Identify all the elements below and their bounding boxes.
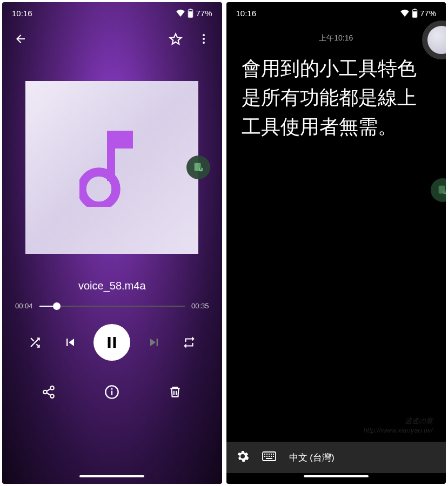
- playback-controls: [2, 315, 222, 369]
- svg-rect-37: [266, 458, 272, 459]
- svg-rect-30: [271, 454, 272, 455]
- favorite-button[interactable]: [164, 27, 188, 51]
- svg-rect-33: [266, 456, 268, 457]
- svg-point-4: [203, 38, 205, 40]
- total-duration: 00:35: [191, 302, 209, 310]
- app-bar: [2, 24, 222, 54]
- transcript-text: 會用到的小工具特色是所有功能都是線上工具使用者無需。: [242, 57, 417, 138]
- watermark: 逍遙の窩 http://www.xiaoyao.tw/: [363, 417, 433, 435]
- status-icons: 77%: [176, 9, 212, 18]
- svg-rect-34: [269, 456, 270, 457]
- more-options-button[interactable]: [192, 27, 216, 51]
- svg-rect-18: [111, 391, 112, 395]
- nav-bar: [226, 473, 446, 484]
- status-bar: 10:16 77%: [226, 2, 446, 24]
- pause-button[interactable]: [93, 324, 130, 361]
- timeline: 00:04 00:35: [2, 292, 222, 315]
- battery-icon: [412, 9, 418, 18]
- session-time: 上午10:16: [319, 33, 353, 42]
- svg-rect-12: [108, 337, 111, 348]
- delete-button[interactable]: [163, 380, 187, 404]
- bottom-actions: [2, 369, 222, 413]
- home-indicator[interactable]: [304, 475, 369, 477]
- music-player-screen: 10:16 77%: [2, 2, 222, 484]
- seek-thumb[interactable]: [53, 302, 61, 310]
- nav-bar: [2, 473, 222, 484]
- svg-rect-22: [414, 9, 416, 10]
- wifi-icon: [176, 9, 185, 17]
- svg-rect-2: [190, 9, 191, 10]
- share-button[interactable]: [37, 380, 61, 404]
- clock: 10:16: [236, 9, 257, 18]
- svg-rect-13: [113, 337, 116, 348]
- seek-bar[interactable]: [39, 306, 185, 307]
- language-selector[interactable]: 中文 (台灣): [289, 451, 335, 464]
- svg-point-15: [44, 390, 48, 394]
- status-icons: 77%: [400, 9, 436, 18]
- shuffle-button[interactable]: [23, 330, 47, 354]
- album-art: [25, 81, 198, 254]
- svg-rect-32: [264, 456, 265, 457]
- svg-rect-11: [200, 167, 202, 170]
- repeat-button[interactable]: [177, 330, 201, 354]
- settings-button[interactable]: [236, 450, 249, 465]
- battery-percent: 77%: [196, 9, 212, 18]
- transcribe-badge[interactable]: [186, 156, 210, 179]
- svg-rect-31: [273, 454, 274, 455]
- home-indicator[interactable]: [79, 475, 144, 477]
- svg-rect-36: [273, 456, 274, 457]
- next-button[interactable]: [142, 330, 166, 354]
- svg-rect-21: [413, 11, 417, 17]
- transcribe-badge[interactable]: [431, 178, 446, 202]
- previous-button[interactable]: [58, 330, 82, 354]
- music-note-icon: [79, 126, 144, 209]
- svg-point-8: [82, 172, 116, 206]
- svg-point-5: [203, 42, 205, 44]
- elapsed-time: 00:04: [15, 302, 33, 310]
- time-header: 上午10:16: [226, 24, 446, 49]
- track-title: voice_58.m4a: [2, 280, 222, 292]
- battery-icon: [188, 9, 193, 18]
- svg-rect-29: [269, 454, 270, 455]
- svg-point-16: [51, 394, 55, 398]
- transcription-screen: 10:16 77% 上午10:16 會用到的小工具特色是所有功能都是線上工具使用…: [226, 2, 446, 484]
- language-bar: 中文 (台灣): [226, 442, 446, 473]
- svg-point-19: [111, 388, 113, 390]
- keyboard-button[interactable]: [262, 451, 276, 464]
- transcript-area: 會用到的小工具特色是所有功能都是線上工具使用者無需。 逍遙の窩 http://w…: [226, 49, 446, 442]
- info-button[interactable]: [100, 380, 124, 404]
- svg-point-3: [203, 34, 205, 36]
- svg-rect-28: [266, 454, 268, 455]
- status-bar: 10:16 77%: [2, 2, 222, 24]
- svg-rect-35: [271, 456, 272, 457]
- svg-point-14: [51, 386, 55, 390]
- battery-percent: 77%: [420, 9, 436, 18]
- wifi-icon: [400, 9, 410, 17]
- svg-rect-27: [264, 454, 265, 455]
- svg-rect-25: [445, 190, 446, 193]
- svg-rect-1: [189, 11, 193, 17]
- back-button[interactable]: [9, 27, 32, 51]
- clock: 10:16: [12, 9, 32, 18]
